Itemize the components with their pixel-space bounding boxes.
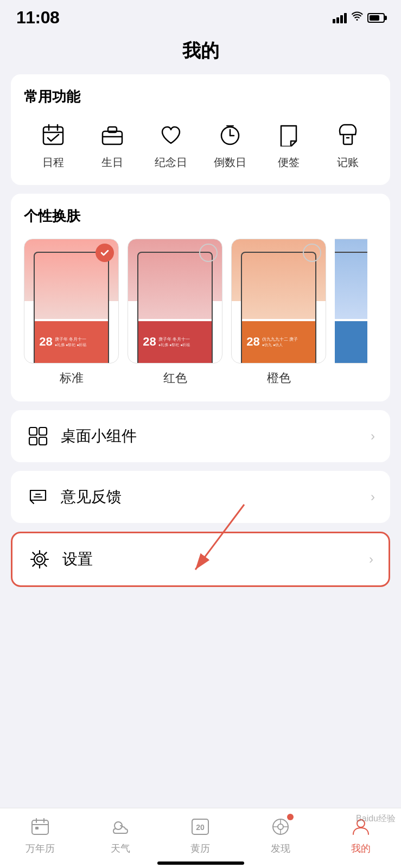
ledger-icon (333, 119, 363, 150)
widget-icon (26, 424, 50, 448)
anniversary-label: 纪念日 (155, 155, 187, 170)
themes-title: 个性换肤 (24, 207, 377, 226)
svg-rect-23 (32, 820, 48, 834)
nav-label-mine: 我的 (351, 842, 371, 855)
watermark: Baidu经验 (356, 813, 396, 825)
theme-preview-orange: 28 仿九九九十二 庚子 ●仿九 ●仿人 (231, 239, 326, 363)
home-indicator (157, 861, 244, 865)
theme-select-orange (303, 244, 321, 262)
func-item-note[interactable]: 便签 (259, 119, 319, 170)
svg-rect-14 (29, 427, 37, 435)
theme-item-orange[interactable]: 28 仿九九九十二 庚子 ●仿九 ●仿人 橙色 (231, 239, 326, 386)
settings-chevron: › (369, 552, 373, 567)
schedule-label: 日程 (42, 155, 64, 170)
nav-icon-weather (109, 815, 132, 839)
func-item-schedule[interactable]: 日程 (24, 119, 83, 170)
battery-icon (367, 13, 385, 23)
page-title: 我的 (0, 33, 401, 74)
svg-rect-16 (29, 437, 37, 445)
svg-point-21 (37, 557, 42, 562)
theme-item-blue[interactable]: 28 (335, 239, 367, 386)
feedback-card: 意见反馈 › (11, 471, 390, 523)
svg-rect-17 (39, 437, 47, 445)
birthday-icon (97, 119, 128, 150)
note-label: 便签 (278, 155, 300, 170)
svg-rect-4 (103, 131, 122, 144)
nav-icon-discover (269, 815, 292, 839)
status-bar: 11:08 (0, 0, 401, 33)
signal-icon (333, 12, 347, 23)
content-area: 我的 常用功能 日程 (0, 33, 401, 661)
nav-item-almanac[interactable]: 20 黄历 (161, 815, 241, 855)
func-item-anniversary[interactable]: 纪念日 (142, 119, 201, 170)
theme-item-red[interactable]: 28 庚子年 冬月十一 ●礼佛 ●祭祀 ●祈福 红色 (128, 239, 222, 386)
feedback-label: 意见反馈 (61, 487, 371, 507)
theme-name-standard: 标准 (60, 370, 84, 386)
theme-preview-standard: 28 庚子年 冬月十一 ●礼佛 ●祭祀 ●祈福 (24, 239, 119, 363)
nav-label-discover: 发现 (271, 842, 290, 855)
svg-text:20: 20 (196, 823, 205, 832)
settings-icon (28, 547, 52, 571)
theme-select-red (199, 244, 218, 262)
quick-functions-card: 常用功能 日程 (11, 74, 390, 185)
widget-list-item[interactable]: 桌面小组件 › (11, 410, 390, 462)
theme-item-standard[interactable]: 28 庚子年 冬月十一 ●礼佛 ●祭祀 ●祈福 标准 (24, 239, 119, 386)
nav-label-calendar: 万年历 (26, 842, 55, 855)
nav-item-discover[interactable]: 发现 (240, 815, 321, 855)
feedback-list-item[interactable]: 意见反馈 › (11, 471, 390, 523)
func-item-birthday[interactable]: 生日 (83, 119, 142, 170)
nav-icon-calendar (28, 815, 52, 839)
nav-icon-almanac: 20 (188, 815, 212, 839)
theme-name-orange: 橙色 (267, 370, 291, 386)
theme-preview-red: 28 庚子年 冬月十一 ●礼佛 ●祭祀 ●祈福 (128, 239, 222, 363)
nav-item-weather[interactable]: 天气 (80, 815, 161, 855)
feedback-icon (26, 485, 50, 509)
widget-chevron: › (371, 429, 375, 444)
nav-label-almanac: 黄历 (190, 842, 210, 855)
countdown-icon (215, 119, 245, 150)
status-icons (333, 11, 385, 24)
countdown-label: 倒数日 (214, 155, 246, 170)
quick-functions-grid: 日程 生日 纪念日 (24, 119, 377, 170)
birthday-label: 生日 (101, 155, 123, 170)
theme-select-standard (96, 244, 114, 262)
theme-scroll: 28 庚子年 冬月十一 ●礼佛 ●祭祀 ●祈福 标准 (24, 239, 377, 386)
func-item-ledger[interactable]: 记账 (319, 119, 378, 170)
theme-name-red: 红色 (163, 370, 187, 386)
ledger-label: 记账 (337, 155, 359, 170)
themes-card: 个性换肤 28 庚子年 冬月十一 ●礼佛 ●祭祀 ●祈福 (11, 194, 390, 401)
theme-preview-blue: 28 (335, 239, 367, 363)
svg-rect-15 (39, 427, 47, 435)
settings-list-item[interactable]: 设置 › (12, 533, 389, 585)
note-icon (273, 119, 304, 150)
discover-dot (287, 814, 294, 820)
svg-point-22 (34, 554, 45, 565)
svg-rect-27 (35, 827, 39, 829)
nav-label-weather: 天气 (111, 842, 130, 855)
settings-card: 设置 › (11, 532, 390, 587)
widget-card: 桌面小组件 › (11, 410, 390, 462)
settings-label: 设置 (62, 549, 369, 570)
feedback-chevron: › (371, 489, 375, 505)
quick-functions-title: 常用功能 (24, 87, 377, 106)
nav-item-calendar[interactable]: 万年历 (0, 815, 80, 855)
func-item-countdown[interactable]: 倒数日 (201, 119, 260, 170)
status-time: 11:08 (16, 8, 59, 28)
bottom-nav: 万年历 天气 20 黄历 (0, 808, 401, 868)
wifi-icon (351, 11, 363, 24)
anniversary-icon (156, 119, 186, 150)
schedule-icon (38, 119, 68, 150)
svg-point-32 (278, 824, 283, 829)
svg-rect-0 (43, 127, 63, 144)
widget-label: 桌面小组件 (61, 426, 371, 446)
